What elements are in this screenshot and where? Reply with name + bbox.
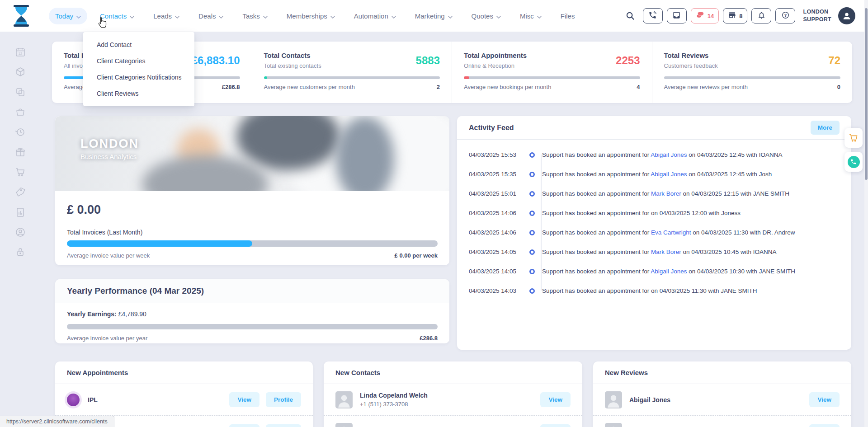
floating-cart-button[interactable] (844, 128, 863, 148)
view-button[interactable]: View (229, 392, 259, 407)
activity-text: on 04/03/2025 10:30 with JANE SMITH (687, 268, 795, 275)
view-button[interactable]: View (809, 392, 840, 407)
sidebar-item-cart[interactable] (15, 167, 26, 178)
banner-title: LONDON (80, 137, 139, 151)
sidebar-item-tag[interactable] (15, 187, 26, 197)
topbar-actions: 14 8 ? LONDON SUPPORT (625, 0, 855, 32)
user-name-line2: SUPPORT (803, 16, 831, 23)
contact-link[interactable]: Abigail Jones (651, 268, 687, 275)
new-appointments-title: New Appointments (67, 369, 128, 376)
review-row: Abigail Jones View (593, 416, 851, 427)
nav-item-tasks[interactable]: Tasks (236, 8, 274, 24)
app-logo-icon[interactable] (11, 5, 32, 27)
menu-item-add-contact[interactable]: Add Contact (83, 37, 194, 53)
stat-footer-label: Average new bookings per month (464, 84, 551, 90)
activity-row: 04/03/2025 15:53 Support has booked an a… (469, 145, 840, 164)
nav-item-automation[interactable]: Automation (348, 8, 402, 24)
nav-item-misc[interactable]: Misc (514, 8, 548, 24)
nav-label: Marketing (415, 12, 445, 20)
menu-item-client-reviews[interactable]: Client Reviews (83, 85, 194, 102)
nav-item-contacts[interactable]: Contacts (94, 8, 141, 24)
cart-icon (849, 133, 859, 143)
yearly-earnings-label: Yearly Earnings: (67, 310, 117, 318)
contact-link[interactable]: Abigail Jones (651, 171, 687, 178)
nav-item-today[interactable]: Today (49, 8, 87, 24)
bell-icon (757, 11, 766, 21)
stat-progress (464, 76, 640, 79)
nav-label: Leads (153, 12, 172, 20)
invoice-progress (67, 240, 438, 247)
contact-link[interactable]: Mark Borer (651, 249, 681, 255)
sidebar-item-history[interactable] (15, 127, 26, 137)
invoice-footer-value: £ 0.00 per week (395, 252, 438, 259)
sidebar-item-gift[interactable] (15, 147, 26, 158)
stat-footer-value: 0 (837, 84, 840, 90)
reviewer-name: Abigail Jones (629, 396, 670, 404)
contact-link[interactable]: Abigail Jones (651, 151, 687, 158)
view-button[interactable]: View (540, 392, 571, 407)
sidebar-item-package[interactable] (15, 66, 26, 77)
notifications-button[interactable] (751, 8, 771, 23)
nav-label: Misc (520, 12, 534, 20)
menu-item-client-categories[interactable]: Client Categories (83, 53, 194, 69)
view-button[interactable]: View (229, 424, 259, 427)
activity-text: on 04/03/2025 12:15 with JANE SMITH (681, 190, 789, 197)
menu-item-client-categories-notifications[interactable]: Client Categories Notifications (83, 69, 194, 85)
activity-text: Support has booked an appointment for (542, 171, 651, 178)
scrollbar-track[interactable] (864, 0, 868, 427)
view-button[interactable]: View (809, 424, 840, 427)
timeline-dot-icon (529, 288, 535, 294)
contact-row: Linda Copeland Welch +1 (511) 373-3708 V… (324, 384, 582, 416)
yearly-earnings-value: £4,789.90 (118, 310, 146, 318)
nav-item-deals[interactable]: Deals (192, 8, 230, 24)
profile-button[interactable]: Profile (266, 392, 301, 407)
sidebar-item-basket[interactable] (15, 107, 26, 117)
chat-button[interactable]: 14 (691, 8, 719, 23)
user-name: LONDON SUPPORT (803, 8, 831, 23)
chevron-down-icon (219, 12, 223, 20)
activity-text: Support has booked an appointment for (542, 229, 651, 236)
search-icon[interactable] (625, 11, 635, 21)
stat-subtitle: Online & Reception (464, 62, 527, 69)
banner-subtitle: Business Analytics (80, 153, 139, 160)
phone-button[interactable] (643, 8, 663, 23)
inbox-icon (672, 11, 681, 21)
sidebar-item-calendar[interactable]: 12 (15, 47, 26, 57)
profile-button[interactable]: Profile (266, 424, 301, 427)
nav-item-marketing[interactable]: Marketing (409, 8, 459, 24)
status-url-tooltip: https://server2.clinicsoftware.com/clien… (0, 416, 114, 427)
sidebar-item-report[interactable] (15, 207, 26, 218)
activity-text: Support has booked an appointment for (542, 151, 651, 158)
more-button[interactable]: More (811, 121, 840, 135)
yearly-footer-label: Average invoice value per year (67, 335, 147, 342)
inbox-button[interactable] (667, 8, 687, 23)
floating-phone-button[interactable] (844, 152, 863, 172)
nav-item-memberships[interactable]: Memberships (280, 8, 341, 24)
timeline-dot-icon (529, 230, 535, 235)
help-button[interactable]: ? (775, 8, 795, 23)
user-avatar[interactable] (838, 7, 855, 24)
sidebar-item-copy[interactable] (15, 87, 26, 98)
contact-link[interactable]: Eva Cartwright (651, 229, 691, 236)
store-button[interactable]: 8 (723, 8, 747, 23)
sidebar-item-support[interactable] (15, 227, 26, 238)
nav-item-leads[interactable]: Leads (147, 8, 186, 24)
chevron-down-icon (496, 12, 501, 20)
business-analytics-card: LONDON Business Analytics £ 0.00 Total I… (55, 116, 449, 265)
view-button[interactable]: View (540, 424, 571, 427)
activity-timestamp: 04/03/2025 14:05 (469, 249, 522, 255)
activity-row: 04/03/2025 14:05 Support has booked an a… (469, 242, 840, 262)
invoice-label: Total Invoices (Last Month) (67, 229, 438, 236)
activity-text: Support has booked an appointment for (542, 268, 651, 275)
chevron-down-icon (537, 12, 542, 20)
svg-text:?: ? (784, 13, 787, 17)
sidebar-item-lock[interactable] (15, 247, 26, 258)
chevron-down-icon (392, 12, 396, 20)
scrollbar-thumb[interactable] (865, 8, 868, 180)
chevron-down-icon (330, 12, 335, 20)
nav-item-files[interactable]: Files (554, 8, 581, 24)
contact-link[interactable]: Mark Borer (651, 190, 681, 197)
nav-item-quotes[interactable]: Quotes (465, 8, 507, 24)
activity-timestamp: 04/03/2025 15:35 (469, 171, 522, 178)
activity-timestamp: 04/03/2025 15:01 (469, 190, 522, 197)
